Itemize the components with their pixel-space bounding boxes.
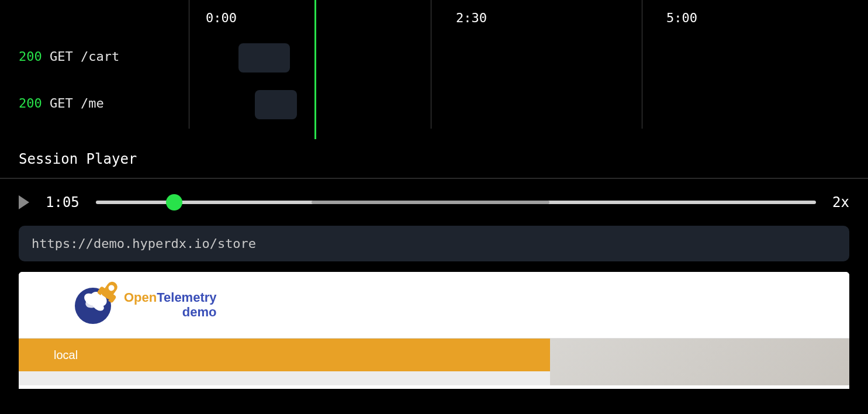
url-bar: https://demo.hyperdx.io/store (19, 226, 849, 261)
http-method: GET (50, 49, 73, 64)
status-code: 200 (19, 49, 42, 64)
trace-label: 200 GET /cart (19, 49, 119, 64)
trace-row[interactable]: 200 GET /me (0, 89, 868, 122)
replay-site-body: local (19, 339, 849, 385)
scrubber-buffer (312, 201, 549, 204)
span-block[interactable] (255, 90, 297, 119)
timeline-area: 0:00 2:30 5:00 200 GET /cart 200 GET /me (0, 0, 868, 140)
site-logo: OpenTelemetry demo (71, 282, 217, 329)
http-path: /me (81, 96, 104, 111)
play-button[interactable] (19, 195, 29, 209)
status-code: 200 (19, 96, 42, 111)
logo-text: OpenTelemetry demo (124, 291, 217, 319)
replay-content-left: local (19, 339, 550, 385)
http-method: GET (50, 96, 73, 111)
time-tick: 2:30 (456, 11, 487, 25)
trace-row[interactable]: 200 GET /cart (0, 42, 868, 75)
playback-speed[interactable]: 2x (832, 194, 849, 211)
planet-rocket-icon (71, 282, 118, 329)
replay-content-right (550, 339, 849, 385)
scrubber[interactable] (96, 196, 816, 208)
span-block[interactable] (238, 43, 290, 73)
section-title: Session Player (0, 140, 868, 178)
local-tag: local (19, 339, 550, 371)
replay-site-header: OpenTelemetry demo (19, 272, 849, 339)
current-time: 1:05 (46, 194, 79, 211)
time-tick: 0:00 (206, 11, 237, 25)
player-controls: 1:05 2x (0, 179, 868, 226)
scrubber-thumb[interactable] (166, 194, 182, 211)
time-tick: 5:00 (666, 11, 697, 25)
time-ruler: 0:00 2:30 5:00 (0, 6, 868, 29)
http-path: /cart (81, 49, 119, 64)
trace-label: 200 GET /me (19, 96, 104, 111)
session-replay-frame: OpenTelemetry demo local (19, 272, 849, 389)
